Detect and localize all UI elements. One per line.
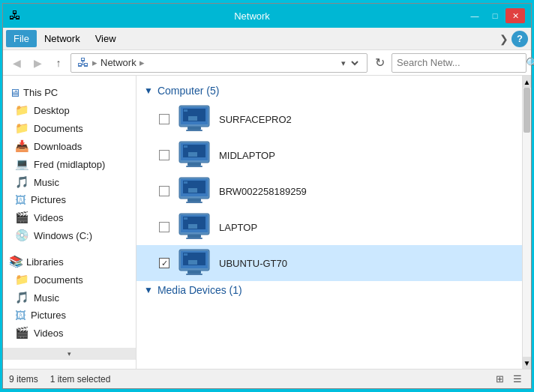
- sidebar-scroll-down[interactable]: ▾: [3, 348, 136, 360]
- back-button[interactable]: ◀: [8, 54, 26, 72]
- address-input[interactable]: 🖧 ▸ Network ▸ ▾: [70, 53, 368, 73]
- title-bar-left: 🖧: [9, 9, 39, 22]
- list-item-laptop[interactable]: LAPTOP: [136, 209, 522, 245]
- checkbox-ubuntu[interactable]: ✓: [159, 258, 170, 268]
- computers-section-header[interactable]: ▼ Computer (5): [136, 82, 522, 101]
- downloads-icon: 📥: [15, 139, 29, 153]
- lib-music-icon: 🎵: [15, 291, 29, 304]
- network-icon: 🖧: [77, 56, 89, 70]
- status-left: 9 items 1 item selected: [9, 374, 110, 385]
- media-section-arrow: ▼: [144, 285, 153, 295]
- drive-label: Windows (C:): [34, 230, 92, 241]
- refresh-button[interactable]: ↻: [370, 54, 388, 72]
- menu-bar: File Network View ❯ ?: [3, 28, 531, 50]
- sidebar-item-lib-documents[interactable]: 📁 Documents: [3, 271, 136, 289]
- svg-rect-32: [188, 260, 197, 265]
- title-bar: 🖧 Network — □ ✕: [3, 4, 531, 28]
- address-path: 🖧 ▸ Network ▸: [77, 56, 335, 70]
- checkbox-surfacepro2[interactable]: [159, 114, 170, 124]
- close-button[interactable]: ✕: [506, 8, 525, 23]
- view-list-button[interactable]: ☰: [510, 373, 525, 386]
- sidebar-item-lib-music[interactable]: 🎵 Music: [3, 289, 136, 307]
- computer-icon-midlaptop: [177, 140, 212, 170]
- lib-documents-icon: 📁: [15, 273, 29, 286]
- menu-chevron[interactable]: ❯: [500, 33, 508, 45]
- libraries-label: Libraries: [26, 256, 64, 268]
- svg-rect-13: [186, 166, 202, 167]
- computer-icon-ubuntu: [177, 248, 212, 278]
- search-icon[interactable]: 🔍: [526, 57, 534, 69]
- checkbox-brw[interactable]: [159, 186, 170, 196]
- svg-rect-17: [184, 181, 188, 184]
- svg-rect-24: [184, 217, 188, 220]
- sidebar-item-downloads[interactable]: 📥 Downloads: [3, 137, 136, 155]
- documents-icon: 📁: [15, 121, 29, 135]
- main-area: 🖥 This PC 📁 Desktop 📁 Documents 📥 Downlo…: [3, 76, 531, 369]
- sidebar-item-this-pc[interactable]: 🖥 This PC: [3, 82, 136, 101]
- forward-button[interactable]: ▶: [28, 54, 46, 72]
- menu-file[interactable]: File: [6, 30, 37, 47]
- media-devices-section-header[interactable]: ▼ Media Devices (1): [136, 281, 522, 301]
- sidebar-item-lib-videos[interactable]: 🎬 Videos: [3, 324, 136, 342]
- sidebar-item-pictures[interactable]: 🖼 Pictures: [3, 191, 136, 208]
- maximize-button[interactable]: □: [485, 8, 505, 23]
- documents-label: Documents: [34, 123, 83, 134]
- menu-network[interactable]: Network: [37, 30, 88, 47]
- right-scrollbar: ▲ ▼: [522, 76, 531, 369]
- scrollbar-thumb[interactable]: [524, 88, 530, 133]
- computer-icon-surfacepro2: [177, 104, 212, 134]
- svg-rect-31: [184, 253, 188, 256]
- list-item-brw[interactable]: BRW002258189259: [136, 173, 522, 209]
- menu-view[interactable]: View: [88, 30, 124, 47]
- sidebar-item-libraries[interactable]: 📚 Libraries: [3, 250, 136, 271]
- svg-rect-27: [186, 238, 202, 239]
- address-bar: ◀ ▶ ↑ 🖧 ▸ Network ▸ ▾ ↻ 🔍: [3, 50, 531, 76]
- svg-rect-19: [188, 199, 201, 202]
- sidebar-item-documents[interactable]: 📁 Documents: [3, 119, 136, 137]
- sidebar-scroll: 🖥 This PC 📁 Desktop 📁 Documents 📥 Downlo…: [3, 76, 136, 348]
- svg-rect-3: [184, 109, 188, 112]
- libraries-icon: 📚: [9, 255, 23, 268]
- minimize-button[interactable]: —: [465, 8, 484, 23]
- view-grid-button[interactable]: ⊞: [492, 373, 507, 386]
- checkbox-midlaptop[interactable]: [159, 150, 170, 160]
- search-input[interactable]: [397, 57, 523, 68]
- sidebar: 🖥 This PC 📁 Desktop 📁 Documents 📥 Downlo…: [3, 76, 136, 369]
- videos-label: Videos: [34, 212, 64, 223]
- scrollbar-up-button[interactable]: ▲: [523, 76, 531, 88]
- fred-icon: 💻: [15, 157, 29, 171]
- content-area: ▼ Computer (5): [136, 76, 522, 369]
- label-midlaptop: MIDLAPTOP: [219, 150, 275, 161]
- list-item-surfacepro2[interactable]: SURFACEPRO2: [136, 101, 522, 137]
- svg-rect-18: [188, 188, 197, 193]
- help-button[interactable]: ?: [512, 31, 528, 47]
- svg-rect-10: [184, 145, 188, 148]
- sidebar-item-windows-c[interactable]: 💿 Windows (C:): [3, 226, 136, 244]
- up-button[interactable]: ↑: [50, 54, 68, 72]
- scrollbar-track[interactable]: [523, 88, 531, 357]
- checkbox-laptop[interactable]: [159, 222, 170, 232]
- lib-pictures-icon: 🖼: [15, 309, 26, 322]
- svg-rect-4: [188, 116, 197, 121]
- sidebar-item-fred[interactable]: 💻 Fred (midlaptop): [3, 155, 136, 173]
- sidebar-item-music[interactable]: 🎵 Music: [3, 173, 136, 191]
- svg-rect-34: [186, 274, 202, 275]
- sidebar-item-desktop[interactable]: 📁 Desktop: [3, 101, 136, 119]
- label-laptop: LAPTOP: [219, 222, 257, 233]
- svg-rect-25: [188, 224, 197, 229]
- sidebar-item-lib-pictures[interactable]: 🖼 Pictures: [3, 307, 136, 324]
- content-scroll: ▼ Computer (5): [136, 76, 522, 369]
- main-window: 🖧 Network — □ ✕ File Network View ❯ ? ◀ …: [2, 3, 532, 389]
- media-section-label: Media Devices (1): [158, 284, 242, 296]
- svg-rect-12: [188, 163, 201, 166]
- list-item-midlaptop[interactable]: MIDLAPTOP: [136, 137, 522, 173]
- pictures-label: Pictures: [31, 194, 66, 205]
- window-icon: 🖧: [9, 9, 21, 22]
- sidebar-item-videos[interactable]: 🎬 Videos: [3, 208, 136, 226]
- svg-rect-20: [186, 202, 202, 203]
- address-dropdown[interactable]: ▾: [335, 58, 361, 68]
- scrollbar-down-button[interactable]: ▼: [523, 357, 531, 369]
- list-item-ubuntu[interactable]: ✓ UBUNTU-GT70: [136, 245, 522, 281]
- search-box[interactable]: 🔍: [392, 53, 526, 73]
- videos-icon: 🎬: [15, 211, 29, 224]
